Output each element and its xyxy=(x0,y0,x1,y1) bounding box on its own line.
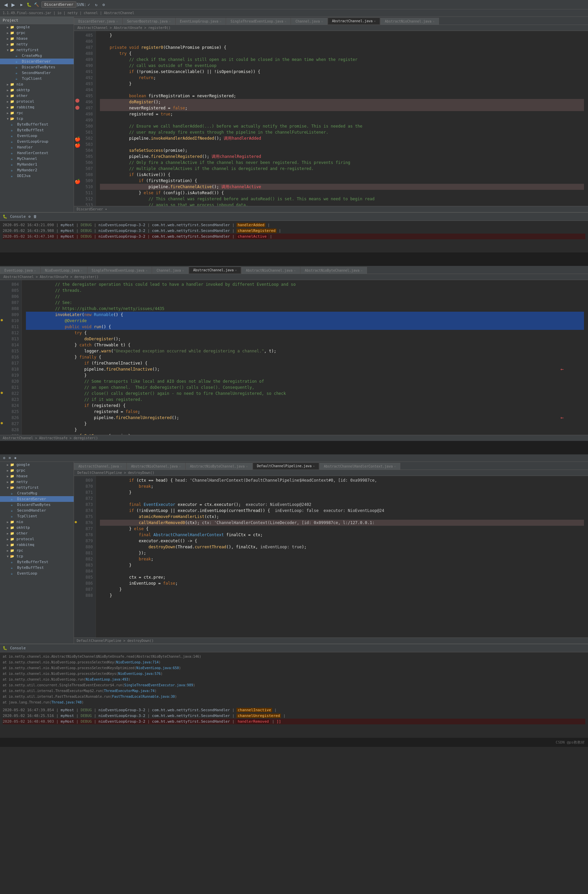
sidebar-item-bytebuffertest[interactable]: ☕ ByteBufferTest xyxy=(0,121,74,127)
settings-btn[interactable]: ⚙ xyxy=(2,455,6,461)
tab-close[interactable]: × xyxy=(246,465,247,468)
sidebar-item-netty[interactable]: ▶ 📁 netty xyxy=(0,41,74,47)
sidebar-item-hbase[interactable]: ▶ 📁 hbase xyxy=(0,36,74,41)
tab-close[interactable]: × xyxy=(394,465,396,468)
sidebar-item-protocol-3[interactable]: ▶ 📁 protocol xyxy=(0,536,74,542)
tab-close[interactable]: × xyxy=(321,20,323,23)
sidebar-item-discardserver-3[interactable]: ☕ DiscardServer xyxy=(0,496,74,502)
sidebar-item-rpc[interactable]: ▶ 📁 rpc xyxy=(0,110,74,116)
sidebar-item-google-3[interactable]: ▶ 📁 google xyxy=(0,462,74,468)
tab-abstractniochannel-3[interactable]: AbstractNioChannel.java × xyxy=(127,463,185,470)
code-editor-2[interactable]: ● ● ● xyxy=(0,280,588,435)
sidebar-item-bytebufftest-3[interactable]: ☕ ByteBuffTest xyxy=(0,565,74,571)
tab-abstractchannelhandlercontext[interactable]: AbstractChannelHandlerContext.java × xyxy=(320,463,400,470)
sidebar-item-bytebuffertest-3[interactable]: ☕ ByteBufferTest xyxy=(0,559,74,565)
settings-icon[interactable]: ⚙ xyxy=(101,2,107,8)
tab-nioeventloop[interactable]: NioEventLoop.java × xyxy=(41,267,87,274)
sidebar-item-tcp-3[interactable]: ▼ 📂 tcp xyxy=(0,553,74,559)
tab-close[interactable]: × xyxy=(313,465,315,468)
tab-discardserver[interactable]: DiscardServer.java × xyxy=(74,18,122,24)
asterisk-btn[interactable]: ✱ xyxy=(13,455,18,461)
sidebar-item-ddijva[interactable]: ☕ DDIJva xyxy=(0,173,74,179)
tab-channel-2[interactable]: Channel.java × xyxy=(152,267,188,274)
tab-close[interactable]: × xyxy=(182,269,184,272)
sidebar-item-myhander1[interactable]: ☕ MyHander1 xyxy=(0,162,74,167)
sidebar-item-myhander2[interactable]: ☕ MyHander2 xyxy=(0,167,74,173)
sidebar-item-eventloopgroup[interactable]: ☕ EventLoopGroup xyxy=(0,139,74,144)
tab-singlethreadeventloop[interactable]: SingleThreadEventLoop.java × xyxy=(226,18,291,24)
tab-abstractniobytechannel-3[interactable]: AbstractNioByteChannel.java × xyxy=(186,463,252,470)
sidebar-item-eventloop[interactable]: ☕ EventLoop xyxy=(0,133,74,139)
ger-icon[interactable]: ⚙ xyxy=(28,214,31,219)
debug-icon[interactable]: 🐛 xyxy=(26,2,32,8)
tab-close[interactable]: × xyxy=(285,20,286,23)
tab-close[interactable]: × xyxy=(179,465,181,468)
tab-close[interactable]: × xyxy=(235,269,237,272)
tab-abstractniobytechannel[interactable]: AbstractNioByteChannel.java × xyxy=(300,267,367,274)
tab-close[interactable]: × xyxy=(294,269,296,272)
sidebar-item-discardtwobytes-3[interactable]: ☕ DiscardTwoBytes xyxy=(0,502,74,507)
tab-close[interactable]: × xyxy=(120,465,122,468)
tab-abstractchannel-3[interactable]: AbstractChannel.java × xyxy=(74,463,127,470)
sidebar-item-netty-3[interactable]: ▶ 📁 netty xyxy=(0,479,74,485)
code-lines-1[interactable]: } private void register0(ChannelPromise … xyxy=(96,31,588,206)
run-icon[interactable]: ▶ xyxy=(18,2,24,8)
tab-defaultchannelpipeline[interactable]: DefaultChannelPipeline.java × xyxy=(253,462,319,470)
sidebar-item-okhttp-3[interactable]: ▶ 📁 okhttp xyxy=(0,525,74,530)
tab-eventloopgroup[interactable]: EventLoopGroup.java × xyxy=(176,18,226,24)
clear-icon[interactable]: 🗑 xyxy=(33,214,37,219)
sidebar-item-nio[interactable]: ▶ 📁 nio xyxy=(0,82,74,87)
sidebar-item-discardtwobytes[interactable]: ☕ DiscardTwoBytes xyxy=(0,64,74,70)
sidebar-item-createmsg-3[interactable]: ☕ CreateMsg xyxy=(0,491,74,496)
tab-abstractchannel[interactable]: AbstractChannel.java × xyxy=(328,18,380,24)
sidebar-item-eventloop-3[interactable]: ☕ EventLoop xyxy=(0,571,74,576)
forward-btn[interactable]: ▶ xyxy=(10,2,17,8)
sidebar-item-other-3[interactable]: ▶ 📁 other xyxy=(0,530,74,536)
tab-serverbootstrap[interactable]: ServerBootstrap.java × xyxy=(123,18,175,24)
tab-abstractchannel-2[interactable]: AbstractChannel.java × xyxy=(189,267,241,274)
tab-close[interactable]: × xyxy=(34,269,36,272)
refresh-icon[interactable]: ↻ xyxy=(93,2,99,8)
build-icon[interactable]: 🔨 xyxy=(33,2,39,8)
sidebar-item-rabbitmq-3[interactable]: ▶ 📁 rabbitmq xyxy=(0,542,74,548)
code-lines-3[interactable]: if (ctx == head) { head: 'ChannelHandler… xyxy=(96,476,588,637)
sidebar-item-nettyfirst[interactable]: ▼ 📂 nettyfirst xyxy=(0,47,74,53)
tab-abstractniochannel-2[interactable]: AbstractNioChannel.java × xyxy=(241,267,300,274)
sidebar-item-secondhandler-3[interactable]: ☕ SecondHandler xyxy=(0,507,74,513)
tab-close[interactable]: × xyxy=(433,20,434,23)
sidebar-item-createmsg[interactable]: ☕ CreateMsg xyxy=(0,53,74,59)
code-lines-2[interactable]: // the deregister operation this could l… xyxy=(22,280,588,435)
tab-close[interactable]: × xyxy=(360,269,362,272)
sidebar-item-tcpclient[interactable]: ☕ TcpClient xyxy=(0,76,74,82)
sidebar-item-grpc-3[interactable]: ▶ 📁 grpc xyxy=(0,468,74,473)
tab-eventloop[interactable]: EventLoop.java × xyxy=(0,267,41,274)
tab-close[interactable]: × xyxy=(374,20,376,23)
code-editor-1[interactable]: 🍎 🍎 🍎 485486487488489 4904914924934 xyxy=(74,31,588,206)
sidebar-item-rpc-3[interactable]: ▶ 📁 rpc xyxy=(0,548,74,553)
tab-close[interactable]: × xyxy=(220,20,221,23)
sidebar-item-nettyfirst-3[interactable]: ▼ 📂 nettyfirst xyxy=(0,485,74,491)
checkmark-icon[interactable]: ✓ xyxy=(86,2,92,8)
sidebar-item-handlercontext[interactable]: ☕ HandlerContext xyxy=(0,150,74,156)
sidebar-item-handler[interactable]: ☕ Handler xyxy=(0,144,74,150)
sidebar-item-rabbitmq[interactable]: ▶ 📁 rabbitmq xyxy=(0,104,74,110)
tab-close[interactable]: × xyxy=(146,269,147,272)
sidebar-item-mychannel[interactable]: ☕ MyChannel xyxy=(0,156,74,162)
sidebar-item-tcp[interactable]: ▼ 📂 tcp xyxy=(0,116,74,121)
tab-singlethread[interactable]: SingleThreadEventLoop.java × xyxy=(87,267,152,274)
tab-channel[interactable]: Channel.java × xyxy=(291,18,327,24)
sidebar-item-discardserver[interactable]: ☕ DiscardServer xyxy=(0,59,74,64)
sidebar-item-other[interactable]: ▶ 📁 other xyxy=(0,93,74,99)
sidebar-item-google[interactable]: ▶ 📁 google xyxy=(0,24,74,30)
tab-close[interactable]: × xyxy=(116,20,118,23)
sidebar-item-nio-3[interactable]: ▶ 📁 nio xyxy=(0,519,74,525)
sidebar-item-tcpclient-3[interactable]: ☕ TcpClient xyxy=(0,513,74,519)
sidebar-item-protocol[interactable]: ▶ 📁 protocol xyxy=(0,99,74,104)
tab-abstractniochannel[interactable]: AbstractNioChannel.java × xyxy=(380,18,439,24)
sidebar-item-okhttp[interactable]: ▶ 📁 okhttp xyxy=(0,87,74,93)
tab-close[interactable]: × xyxy=(81,269,82,272)
code-editor-3[interactable]: ● 869870871872873 874875876877878 87988 xyxy=(74,476,588,637)
tab-close[interactable]: × xyxy=(169,20,170,23)
gear-btn[interactable]: ≡ xyxy=(8,455,12,461)
sidebar-item-secondhandler[interactable]: ☕ SecondHandler xyxy=(0,70,74,76)
